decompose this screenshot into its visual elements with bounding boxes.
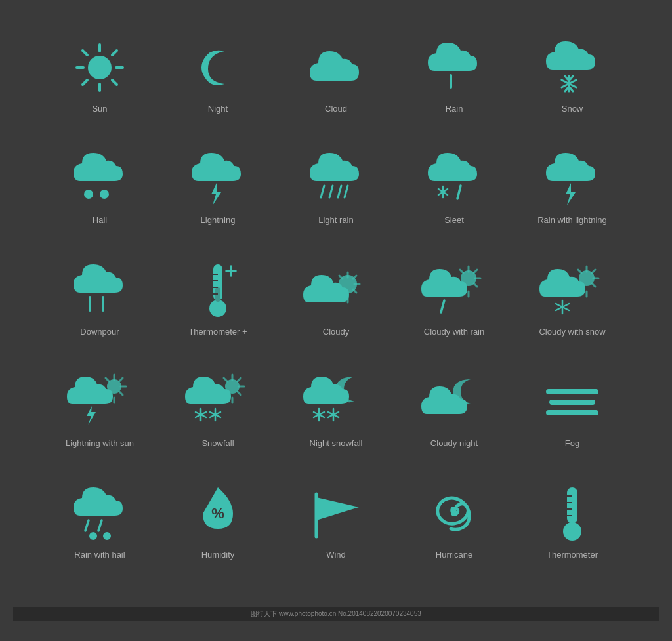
thermometer-label: Thermometer: [547, 550, 598, 561]
svg-line-79: [119, 392, 123, 395]
svg-point-99: [200, 413, 202, 416]
svg-rect-111: [546, 410, 598, 415]
cloudy-night-label: Cloudy night: [430, 438, 478, 449]
svg-line-78: [106, 378, 109, 381]
cloudy-night-icon: [421, 373, 487, 432]
svg-line-13: [565, 76, 568, 79]
light-rain-icon: [303, 150, 369, 209]
icon-cell-downpour: Downpour: [41, 243, 159, 348]
svg-point-107: [318, 413, 320, 416]
footer-text: 图行天下 www.photophoto.cn No.20140822020070…: [251, 610, 421, 617]
svg-line-90: [238, 378, 241, 381]
rain-icon: [421, 38, 487, 97]
snowfall-label: Snowfall: [201, 438, 234, 449]
cloudy-label: Cloudy: [323, 327, 349, 338]
svg-marker-30: [566, 183, 576, 205]
svg-line-16: [570, 88, 573, 91]
svg-line-24: [345, 186, 348, 197]
hurricane-icon: [421, 484, 487, 543]
humidity-icon: %: [185, 484, 251, 543]
footer-bar: 图行天下 www.photophoto.cn No.20140822020070…: [13, 607, 659, 621]
icon-cell-cloudy-snow: Cloudy with snow: [513, 243, 631, 348]
svg-line-21: [321, 186, 324, 197]
night-icon: [185, 38, 251, 97]
svg-line-29: [457, 186, 461, 199]
night-label: Night: [208, 104, 228, 115]
svg-point-0: [88, 56, 112, 79]
svg-line-89: [238, 392, 241, 395]
hurricane-label: Hurricane: [436, 550, 472, 561]
svg-point-17: [568, 82, 570, 85]
icon-cell-cloudy: Cloudy: [277, 243, 395, 348]
sun-icon: [67, 38, 133, 97]
svg-line-57: [474, 270, 477, 273]
rain-lightning-label: Rain with lightning: [537, 215, 607, 226]
rain-hail-icon: [67, 484, 133, 543]
icon-cell-hail: Hail: [41, 131, 159, 236]
svg-point-118: [451, 510, 457, 516]
lightning-sun-label: Lightning with sun: [66, 438, 134, 449]
svg-point-18: [84, 190, 93, 199]
svg-point-115: [103, 532, 111, 540]
sleet-icon: [421, 150, 487, 209]
svg-line-7: [112, 51, 117, 55]
lightning-label: Lightning: [201, 215, 236, 226]
icon-cell-hurricane: Hurricane: [395, 466, 513, 571]
sun-label: Sun: [92, 104, 107, 115]
icon-cell-fog: Fog: [513, 354, 631, 459]
svg-line-15: [565, 88, 568, 91]
icon-cell-cloud: Cloud: [277, 20, 395, 125]
cloudy-snow-label: Cloudy with snow: [539, 327, 605, 338]
svg-point-19: [100, 190, 109, 199]
svg-line-6: [112, 80, 117, 85]
wind-label: Wind: [326, 550, 346, 561]
svg-point-28: [442, 190, 444, 192]
rain-label: Rain: [446, 104, 463, 115]
icon-cell-lightning: Lightning: [159, 131, 277, 236]
svg-rect-110: [549, 400, 595, 405]
icon-cell-light-rain: Light rain: [277, 131, 395, 236]
lightning-icon: [185, 150, 251, 209]
svg-line-8: [83, 80, 87, 85]
icon-cell-cloudy-rain: Cloudy with rain: [395, 243, 513, 348]
svg-text:%: %: [211, 505, 224, 522]
svg-rect-109: [546, 389, 598, 394]
cloudy-snow-icon: [539, 261, 605, 320]
cloud-label: Cloud: [325, 104, 347, 115]
snow-label: Snow: [562, 104, 583, 115]
svg-line-60: [441, 300, 444, 312]
svg-line-55: [460, 270, 463, 273]
svg-line-14: [570, 76, 573, 79]
thermometer-icon: [539, 484, 605, 543]
lightning-sun-icon: [67, 373, 133, 432]
icon-cell-snowfall: Snowfall: [159, 354, 277, 459]
icon-cell-rain-hail: Rain with hail: [41, 466, 159, 571]
icon-cell-thermometer: Thermometer: [513, 466, 631, 571]
cloudy-rain-icon: [421, 261, 487, 320]
downpour-icon: [67, 261, 133, 320]
hail-label: Hail: [93, 215, 107, 226]
thermometer-plus-label: Thermometer +: [188, 327, 247, 338]
svg-point-120: [563, 522, 581, 541]
icon-cell-snow: Snow: [513, 20, 631, 125]
svg-line-67: [592, 270, 595, 273]
svg-line-23: [338, 186, 341, 197]
snowfall-icon: [185, 373, 251, 432]
icon-cell-night-snowfall: Night snowfall: [277, 354, 395, 459]
sleet-label: Sleet: [444, 215, 464, 226]
icon-cell-sleet: Sleet: [395, 131, 513, 236]
icon-cell-sun: Sun: [41, 20, 159, 125]
icon-cell-thermometer-plus: Thermometer +: [159, 243, 277, 348]
night-snowfall-label: Night snowfall: [310, 438, 363, 449]
snow-icon: [539, 38, 605, 97]
icon-cell-rain-lightning: Rain with lightning: [513, 131, 631, 236]
svg-line-88: [224, 378, 227, 381]
fog-label: Fog: [565, 438, 579, 449]
rain-lightning-icon: [539, 150, 605, 209]
downpour-label: Downpour: [80, 327, 119, 338]
rain-hail-label: Rain with hail: [74, 550, 125, 561]
night-snowfall-icon: [303, 373, 369, 432]
light-rain-label: Light rain: [318, 215, 353, 226]
svg-marker-20: [211, 183, 221, 205]
svg-line-56: [474, 283, 477, 287]
